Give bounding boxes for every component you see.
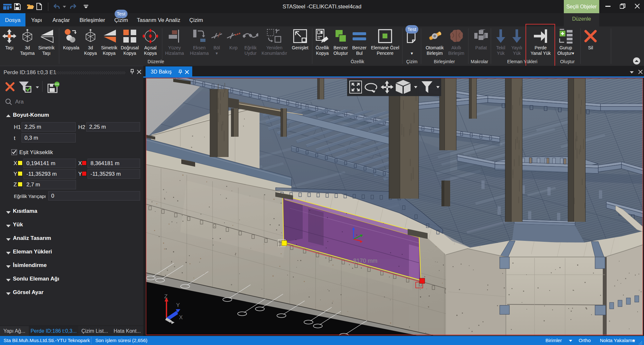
svg-text:8170 mm: 8170 mm — [353, 258, 377, 264]
svg-text:Z: Z — [164, 293, 167, 300]
svg-text:Y: Y — [176, 302, 180, 308]
svg-text:X: X — [179, 314, 183, 320]
